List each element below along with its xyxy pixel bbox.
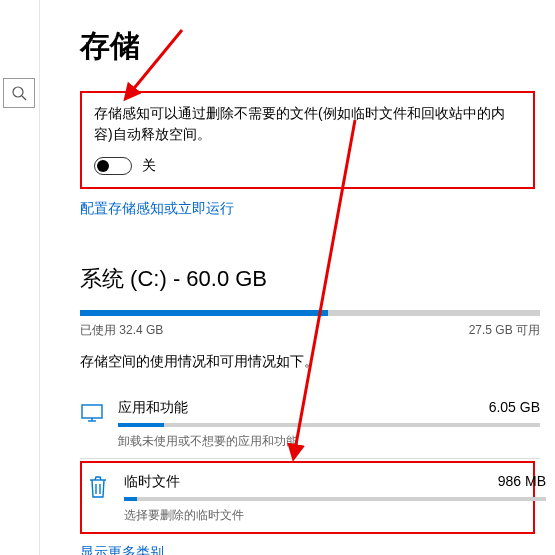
storage-sense-toggle-row: 关 xyxy=(94,157,521,175)
drive-usage-labels: 已使用 32.4 GB 27.5 GB 可用 xyxy=(80,322,540,339)
category-temp-bar xyxy=(124,497,546,501)
category-apps[interactable]: 应用和功能 6.05 GB 卸载未使用或不想要的应用和功能 xyxy=(80,389,540,459)
show-more-link[interactable]: 显示更多类别 xyxy=(80,544,164,555)
storage-sense-description: 存储感知可以通过删除不需要的文件(例如临时文件和回收站中的内容)自动释放空间。 xyxy=(94,103,521,145)
storage-sense-toggle-label: 关 xyxy=(142,157,156,175)
category-temp-sub: 选择要删除的临时文件 xyxy=(124,507,546,524)
drive-usage-bar-fill xyxy=(80,310,328,316)
category-apps-bar-fill xyxy=(118,423,164,427)
annotation-box-temp: 临时文件 986 MB 选择要删除的临时文件 xyxy=(80,461,535,534)
storage-sense-toggle[interactable] xyxy=(94,157,132,175)
category-apps-name: 应用和功能 xyxy=(118,399,188,417)
drive-used-label: 已使用 32.4 GB xyxy=(80,322,163,339)
drive-usage-bar xyxy=(80,310,540,316)
apps-icon xyxy=(80,401,104,425)
search-icon xyxy=(11,85,27,101)
drive-free-label: 27.5 GB 可用 xyxy=(469,322,540,339)
category-apps-bar xyxy=(118,423,540,427)
left-panel xyxy=(0,0,40,555)
category-apps-size: 6.05 GB xyxy=(489,399,540,417)
configure-storage-sense-link[interactable]: 配置存储感知或立即运行 xyxy=(80,200,234,218)
svg-point-0 xyxy=(13,87,23,97)
category-apps-sub: 卸载未使用或不想要的应用和功能 xyxy=(118,433,540,450)
category-temp[interactable]: 临时文件 986 MB 选择要删除的临时文件 xyxy=(86,463,546,532)
category-temp-size: 986 MB xyxy=(498,473,546,491)
svg-rect-2 xyxy=(82,405,102,418)
search-input[interactable] xyxy=(3,78,35,108)
trash-icon xyxy=(86,475,110,499)
annotation-box-storage-sense: 存储感知可以通过删除不需要的文件(例如临时文件和回收站中的内容)自动释放空间。 … xyxy=(80,91,535,189)
page-title: 存储 xyxy=(80,26,535,67)
content-area: 存储 存储感知可以通过删除不需要的文件(例如临时文件和回收站中的内容)自动释放空… xyxy=(40,0,555,555)
svg-line-1 xyxy=(22,96,26,100)
category-temp-bar-fill xyxy=(124,497,137,501)
drive-title: 系统 (C:) - 60.0 GB xyxy=(80,264,535,294)
drive-usage-desc: 存储空间的使用情况和可用情况如下。 xyxy=(80,353,535,371)
category-temp-name: 临时文件 xyxy=(124,473,180,491)
